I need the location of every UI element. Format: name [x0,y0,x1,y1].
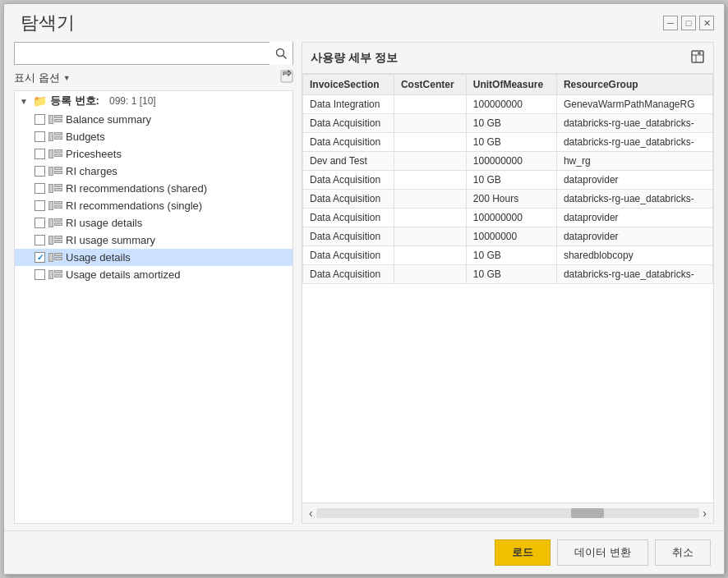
tree-item-ri-usage-summary[interactable]: RI usage summary [15,232,293,249]
scroll-right-button[interactable]: › [703,507,707,520]
search-input[interactable] [15,46,270,62]
search-row [14,42,293,65]
tree-container: ▼ 📁 등록 번호: 099: 1 [10] Balanc [14,90,293,524]
table-cell: 10000000 [466,227,556,246]
item-label-ri-usage-summary: RI usage summary [66,234,155,246]
tree-item-budgets[interactable]: Budgets [15,128,293,145]
checkbox-balance-summary[interactable] [35,114,45,125]
close-button[interactable]: ✕ [699,16,714,30]
table-row: Data Acquisition10 GBdatabricks-rg-uae_d… [303,133,713,152]
table-cell: databricks-rg-uae_databricks- [556,265,712,284]
tree-item-balance-summary[interactable]: Balance summary [15,111,293,128]
caret-icon: ▼ [63,74,71,82]
tree-item-usage-details[interactable]: Usage details [15,249,293,266]
table-icon [48,149,62,158]
table-icon [48,167,62,176]
table-cell: dataprovider [556,227,712,246]
tree-root: ▼ 📁 등록 번호: 099: 1 [10] [15,91,293,111]
checkbox-ri-rec-shared[interactable] [35,183,45,194]
preview-action-button[interactable] [690,49,705,67]
tree-toggle-icon[interactable]: ▼ [20,97,30,106]
item-label-usage-details-amortized: Usage details amortized [66,268,180,281]
tree-item-usage-details-amortized[interactable]: Usage details amortized [15,266,293,283]
table-cell [394,95,466,114]
checkbox-usage-details-amortized[interactable] [35,269,45,280]
item-label-pricesheets: Pricesheets [66,148,122,160]
tree-item-ri-rec-shared[interactable]: RI recommendations (shared) [15,180,293,197]
col-header-unit-of-measure: UnitOfMeasure [466,75,556,95]
table-cell: 100000000 [466,209,556,227]
table-cell [394,114,466,133]
table-cell: Data Acquisition [303,114,394,133]
table-cell: 10 GB [466,246,556,265]
table-icon [48,184,62,193]
svg-line-1 [283,56,287,59]
table-icon [48,236,62,245]
checkbox-ri-usage-summary[interactable] [35,235,45,245]
table-cell: Data Acquisition [303,246,394,265]
dialog-title: 탐색기 [21,11,75,35]
tree-item-ri-usage-details[interactable]: RI usage details [15,214,293,232]
table-cell [394,133,466,152]
refresh-button[interactable] [280,70,293,85]
display-options-label: 표시 옵션 [14,71,60,85]
col-header-resource-group: ResourceGroup [556,75,712,95]
checkbox-budgets[interactable] [35,131,45,142]
checkbox-ri-usage-details[interactable] [35,218,45,228]
table-cell: Dev and Test [303,152,394,171]
table-row: Dev and Test100000000hw_rg [303,152,713,171]
col-header-invoice-section: InvoiceSection [303,75,394,95]
left-panel: 표시 옵션 ▼ ▼ 📁 등록 번호: 099: 1 [10] [14,42,293,524]
item-label-ri-rec-shared: RI recommendations (shared) [66,182,207,195]
checkbox-usage-details[interactable] [35,252,45,263]
table-cell: 100000000 [466,95,556,114]
item-label-ri-rec-single: RI recommendations (single) [66,200,202,212]
table-icon [48,201,62,210]
maximize-button[interactable]: □ [681,16,696,30]
item-label-ri-usage-details: RI usage details [66,217,142,229]
table-cell: Data Acquisition [303,265,394,284]
footer: 로드 데이터 변환 취소 [4,530,724,574]
search-button[interactable] [270,42,293,65]
display-options-button[interactable]: 표시 옵션 ▼ [14,71,71,85]
table-cell: GenevaWarmPathManageRG [556,95,712,114]
table-cell: 100000000 [466,152,556,171]
title-bar: 탐색기 ─ □ ✕ [4,4,724,35]
load-button[interactable]: 로드 [495,539,551,566]
checkbox-pricesheets[interactable] [35,149,45,159]
table-row: Data Acquisition10 GBdataprovider [303,171,713,190]
scroll-bar-row: ‹ › [302,502,713,523]
table-cell: Data Acquisition [303,227,394,246]
options-row: 표시 옵션 ▼ [14,70,293,85]
table-cell: sharedblobcopy [556,246,712,265]
table-row: Data Acquisition200 Hoursdatabricks-rg-u… [303,190,713,209]
cancel-button[interactable]: 취소 [655,539,711,566]
folder-icon: 📁 [33,94,47,108]
table-row: Data Acquisition100000000dataprovider [303,209,713,227]
table-wrapper: InvoiceSection CostCenter UnitOfMeasure … [302,74,713,502]
item-label-ri-charges: RI charges [66,165,117,177]
checkbox-ri-charges[interactable] [35,166,45,177]
table-icon [48,218,62,227]
item-label-budgets: Budgets [66,131,105,143]
tree-item-ri-rec-single[interactable]: RI recommendations (single) [15,197,293,214]
transform-button[interactable]: 데이터 변환 [557,539,648,566]
minimize-button[interactable]: ─ [663,16,678,30]
item-label-usage-details: Usage details [66,251,131,264]
table-cell: databricks-rg-uae_databricks- [556,190,712,209]
main-content: 표시 옵션 ▼ ▼ 📁 등록 번호: 099: 1 [10] [4,35,724,530]
table-cell: 10 GB [466,133,556,152]
table-cell: 10 GB [466,114,556,133]
checkbox-ri-rec-single[interactable] [35,200,45,211]
table-row: Data Acquisition10 GBdatabricks-rg-uae_d… [303,265,713,284]
table-cell: Data Integration [303,95,394,114]
scroll-left-button[interactable]: ‹ [309,507,313,520]
table-icon [48,115,62,124]
scroll-thumb [571,508,604,518]
scroll-track[interactable] [316,508,700,518]
tree-item-pricesheets[interactable]: Pricesheets [15,145,293,163]
tree-item-ri-charges[interactable]: RI charges [15,163,293,180]
data-table: InvoiceSection CostCenter UnitOfMeasure … [302,74,713,284]
table-cell [394,171,466,190]
table-cell [394,227,466,246]
